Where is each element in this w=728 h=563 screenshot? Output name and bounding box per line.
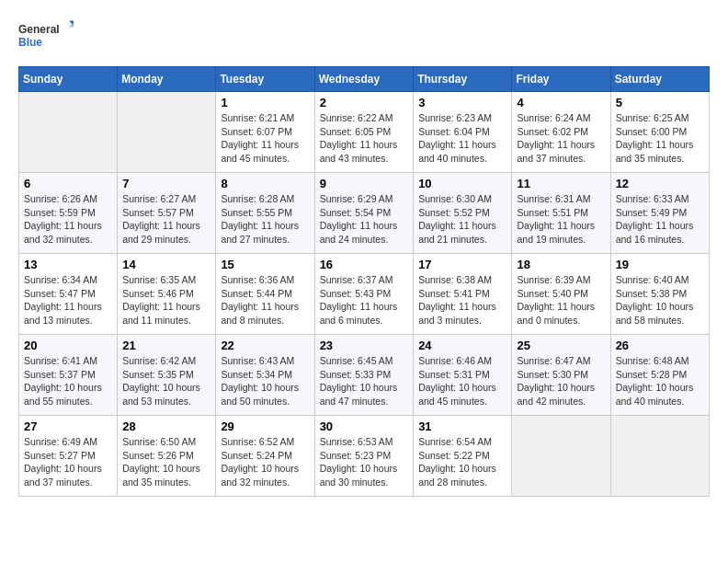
calendar-week-row: 1Sunrise: 6:21 AMSunset: 6:07 PMDaylight… xyxy=(19,92,710,173)
calendar-cell: 28Sunrise: 6:50 AMSunset: 5:26 PMDayligh… xyxy=(118,416,216,497)
calendar-week-row: 27Sunrise: 6:49 AMSunset: 5:27 PMDayligh… xyxy=(19,416,710,497)
day-info: Sunrise: 6:43 AMSunset: 5:34 PMDaylight:… xyxy=(221,354,309,408)
calendar-cell xyxy=(512,416,610,497)
day-number: 23 xyxy=(320,339,409,352)
day-info: Sunrise: 6:35 AMSunset: 5:46 PMDaylight:… xyxy=(122,273,210,327)
day-info: Sunrise: 6:46 AMSunset: 5:31 PMDaylight:… xyxy=(418,354,506,408)
day-number: 5 xyxy=(616,96,704,109)
calendar-cell: 18Sunrise: 6:39 AMSunset: 5:40 PMDayligh… xyxy=(512,254,610,335)
calendar-week-row: 20Sunrise: 6:41 AMSunset: 5:37 PMDayligh… xyxy=(19,335,710,416)
calendar-cell xyxy=(19,92,118,173)
calendar-cell: 29Sunrise: 6:52 AMSunset: 5:24 PMDayligh… xyxy=(216,416,314,497)
day-number: 27 xyxy=(24,419,112,433)
day-info: Sunrise: 6:26 AMSunset: 5:59 PMDaylight:… xyxy=(24,192,112,247)
day-number: 2 xyxy=(320,96,409,109)
day-info: Sunrise: 6:50 AMSunset: 5:26 PMDaylight:… xyxy=(122,435,210,489)
calendar-week-row: 13Sunrise: 6:34 AMSunset: 5:47 PMDayligh… xyxy=(19,254,710,335)
day-number: 4 xyxy=(517,96,605,109)
calendar-cell: 22Sunrise: 6:43 AMSunset: 5:34 PMDayligh… xyxy=(216,335,314,416)
calendar-cell: 7Sunrise: 6:27 AMSunset: 5:57 PMDaylight… xyxy=(118,173,216,254)
day-of-week-header: Saturday xyxy=(610,67,709,92)
day-info: Sunrise: 6:33 AMSunset: 5:49 PMDaylight:… xyxy=(616,192,704,247)
calendar-cell xyxy=(610,416,709,497)
calendar-cell: 24Sunrise: 6:46 AMSunset: 5:31 PMDayligh… xyxy=(414,335,512,416)
day-info: Sunrise: 6:45 AMSunset: 5:33 PMDaylight:… xyxy=(320,354,409,408)
day-number: 10 xyxy=(418,177,506,190)
day-number: 20 xyxy=(24,339,112,352)
day-number: 13 xyxy=(24,258,112,271)
page-header: General Blue xyxy=(18,18,710,52)
day-number: 31 xyxy=(418,419,506,433)
calendar-cell: 21Sunrise: 6:42 AMSunset: 5:35 PMDayligh… xyxy=(118,335,216,416)
day-info: Sunrise: 6:40 AMSunset: 5:38 PMDaylight:… xyxy=(616,273,704,327)
calendar-cell: 12Sunrise: 6:33 AMSunset: 5:49 PMDayligh… xyxy=(610,173,709,254)
calendar-cell: 4Sunrise: 6:24 AMSunset: 6:02 PMDaylight… xyxy=(512,92,610,173)
day-of-week-header: Monday xyxy=(118,67,216,92)
day-number: 17 xyxy=(418,258,506,271)
calendar-cell: 13Sunrise: 6:34 AMSunset: 5:47 PMDayligh… xyxy=(19,254,118,335)
day-number: 29 xyxy=(221,419,309,433)
day-info: Sunrise: 6:39 AMSunset: 5:40 PMDaylight:… xyxy=(517,273,605,327)
day-number: 19 xyxy=(616,258,704,271)
calendar-week-row: 6Sunrise: 6:26 AMSunset: 5:59 PMDaylight… xyxy=(19,173,710,254)
day-info: Sunrise: 6:34 AMSunset: 5:47 PMDaylight:… xyxy=(24,273,112,327)
calendar-cell xyxy=(118,92,216,173)
day-number: 1 xyxy=(221,96,309,109)
day-number: 12 xyxy=(616,177,704,190)
svg-text:Blue: Blue xyxy=(18,36,42,49)
calendar-cell: 10Sunrise: 6:30 AMSunset: 5:52 PMDayligh… xyxy=(414,173,512,254)
day-number: 28 xyxy=(122,419,210,433)
day-number: 6 xyxy=(24,177,112,190)
day-info: Sunrise: 6:54 AMSunset: 5:22 PMDaylight:… xyxy=(418,435,506,489)
day-number: 7 xyxy=(122,177,210,190)
day-info: Sunrise: 6:47 AMSunset: 5:30 PMDaylight:… xyxy=(517,354,605,408)
calendar-cell: 15Sunrise: 6:36 AMSunset: 5:44 PMDayligh… xyxy=(216,254,314,335)
calendar-cell: 5Sunrise: 6:25 AMSunset: 6:00 PMDaylight… xyxy=(610,92,709,173)
calendar-cell: 31Sunrise: 6:54 AMSunset: 5:22 PMDayligh… xyxy=(414,416,512,497)
day-info: Sunrise: 6:53 AMSunset: 5:23 PMDaylight:… xyxy=(320,435,409,489)
day-of-week-header: Tuesday xyxy=(216,67,314,92)
logo-svg: General Blue xyxy=(18,18,74,52)
calendar-cell: 8Sunrise: 6:28 AMSunset: 5:55 PMDaylight… xyxy=(216,173,314,254)
day-number: 18 xyxy=(517,258,605,271)
calendar-table: SundayMondayTuesdayWednesdayThursdayFrid… xyxy=(18,66,710,497)
day-number: 3 xyxy=(418,96,506,109)
day-of-week-header: Wednesday xyxy=(314,67,414,92)
day-info: Sunrise: 6:36 AMSunset: 5:44 PMDaylight:… xyxy=(221,273,309,327)
day-number: 22 xyxy=(221,339,309,352)
calendar-cell: 6Sunrise: 6:26 AMSunset: 5:59 PMDaylight… xyxy=(19,173,118,254)
calendar-cell: 19Sunrise: 6:40 AMSunset: 5:38 PMDayligh… xyxy=(610,254,709,335)
day-number: 11 xyxy=(517,177,605,190)
day-number: 8 xyxy=(221,177,309,190)
day-info: Sunrise: 6:37 AMSunset: 5:43 PMDaylight:… xyxy=(320,273,409,327)
day-info: Sunrise: 6:38 AMSunset: 5:41 PMDaylight:… xyxy=(418,273,506,327)
calendar-cell: 16Sunrise: 6:37 AMSunset: 5:43 PMDayligh… xyxy=(314,254,414,335)
calendar-cell: 2Sunrise: 6:22 AMSunset: 6:05 PMDaylight… xyxy=(314,92,414,173)
day-info: Sunrise: 6:28 AMSunset: 5:55 PMDaylight:… xyxy=(221,192,309,247)
day-number: 21 xyxy=(122,339,210,352)
svg-text:General: General xyxy=(18,23,60,36)
day-info: Sunrise: 6:31 AMSunset: 5:51 PMDaylight:… xyxy=(517,192,605,247)
day-info: Sunrise: 6:29 AMSunset: 5:54 PMDaylight:… xyxy=(320,192,409,247)
calendar-cell: 3Sunrise: 6:23 AMSunset: 6:04 PMDaylight… xyxy=(414,92,512,173)
day-info: Sunrise: 6:48 AMSunset: 5:28 PMDaylight:… xyxy=(616,354,704,408)
calendar-cell: 1Sunrise: 6:21 AMSunset: 6:07 PMDaylight… xyxy=(216,92,314,173)
day-info: Sunrise: 6:52 AMSunset: 5:24 PMDaylight:… xyxy=(221,435,309,489)
calendar-cell: 20Sunrise: 6:41 AMSunset: 5:37 PMDayligh… xyxy=(19,335,118,416)
day-info: Sunrise: 6:25 AMSunset: 6:00 PMDaylight:… xyxy=(616,111,704,166)
calendar-cell: 9Sunrise: 6:29 AMSunset: 5:54 PMDaylight… xyxy=(314,173,414,254)
day-info: Sunrise: 6:22 AMSunset: 6:05 PMDaylight:… xyxy=(320,111,409,166)
calendar-cell: 17Sunrise: 6:38 AMSunset: 5:41 PMDayligh… xyxy=(414,254,512,335)
day-of-week-header: Sunday xyxy=(19,67,118,92)
calendar-cell: 30Sunrise: 6:53 AMSunset: 5:23 PMDayligh… xyxy=(314,416,414,497)
calendar-header-row: SundayMondayTuesdayWednesdayThursdayFrid… xyxy=(19,67,710,92)
calendar-cell: 25Sunrise: 6:47 AMSunset: 5:30 PMDayligh… xyxy=(512,335,610,416)
day-info: Sunrise: 6:49 AMSunset: 5:27 PMDaylight:… xyxy=(24,435,112,489)
day-info: Sunrise: 6:41 AMSunset: 5:37 PMDaylight:… xyxy=(24,354,112,408)
day-info: Sunrise: 6:23 AMSunset: 6:04 PMDaylight:… xyxy=(418,111,506,166)
day-number: 16 xyxy=(320,258,409,271)
day-number: 9 xyxy=(320,177,409,190)
day-info: Sunrise: 6:24 AMSunset: 6:02 PMDaylight:… xyxy=(517,111,605,166)
day-info: Sunrise: 6:21 AMSunset: 6:07 PMDaylight:… xyxy=(221,111,309,166)
day-info: Sunrise: 6:27 AMSunset: 5:57 PMDaylight:… xyxy=(122,192,210,247)
